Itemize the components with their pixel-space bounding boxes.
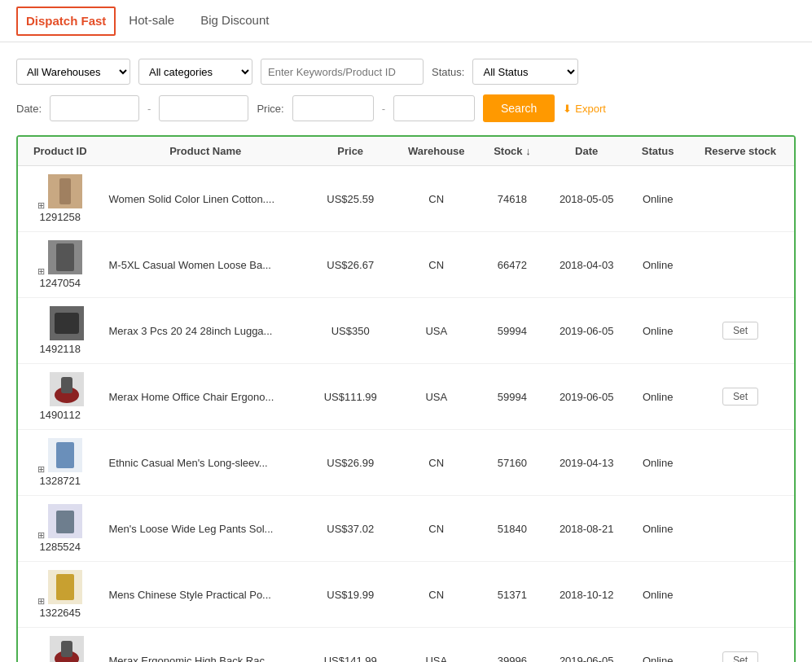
date-separator: - (147, 103, 151, 115)
cell-stock: 57160 (481, 430, 544, 496)
status-label: Status: (432, 66, 464, 78)
tab-dispatch-fast[interactable]: Dispatch Fast (16, 7, 116, 36)
cell-date: 2018-05-05 (544, 166, 630, 232)
cell-date: 2019-06-05 (544, 364, 630, 430)
cell-status: Online (629, 430, 687, 496)
cell-date: 2018-08-21 (544, 496, 630, 562)
col-stock: Stock ↓ (481, 137, 544, 166)
cell-price: US$350 (309, 298, 393, 364)
col-date: Date (544, 137, 630, 166)
product-table-wrapper: Product ID Product Name Price Warehouse … (16, 135, 796, 662)
cell-price: US$26.67 (309, 232, 393, 298)
cell-reserve-stock (687, 430, 794, 496)
expand-icon[interactable]: ⊞ (37, 266, 45, 276)
cell-product-id: 1490112 (18, 364, 103, 430)
cell-warehouse: USA (393, 364, 481, 430)
status-select[interactable]: All Status (472, 59, 578, 85)
cell-price: US$19.99 (309, 562, 393, 628)
svg-rect-1 (59, 178, 71, 204)
cell-reserve-stock: Set (687, 628, 794, 663)
cell-product-name: Mens Chinese Style Practical Po... (103, 562, 309, 628)
svg-rect-14 (56, 574, 74, 600)
set-button[interactable]: Set (722, 388, 758, 406)
price-from-input[interactable] (292, 95, 374, 121)
cell-date: 2018-04-03 (544, 232, 630, 298)
export-icon: ⬇ (563, 103, 572, 115)
svg-rect-17 (61, 641, 72, 657)
cell-status: Online (629, 166, 687, 232)
cell-warehouse: CN (393, 430, 481, 496)
product-table: Product ID Product Name Price Warehouse … (18, 137, 794, 662)
col-product-name: Product Name (103, 137, 309, 166)
cell-reserve-stock (687, 496, 794, 562)
cell-product-id: ⊞1285524 (18, 496, 103, 562)
cell-warehouse: CN (393, 166, 481, 232)
cell-stock: 59994 (481, 364, 544, 430)
cell-product-id: 1492118 (18, 298, 103, 364)
cell-price: US$26.99 (309, 430, 393, 496)
cell-product-id: ⊞1247054 (18, 232, 103, 298)
cell-stock: 51840 (481, 496, 544, 562)
expand-icon[interactable]: ⊞ (37, 596, 45, 606)
expand-icon[interactable]: ⊞ (37, 200, 45, 210)
price-label: Price: (257, 103, 283, 115)
cell-product-id: ⊞1328721 (18, 430, 103, 496)
cell-warehouse: CN (393, 496, 481, 562)
svg-rect-10 (56, 442, 74, 468)
cell-product-name: Merax 3 Pcs 20 24 28inch Lugga... (103, 298, 309, 364)
set-button[interactable]: Set (722, 322, 758, 340)
export-button[interactable]: ⬇ Export (563, 103, 606, 115)
price-to-input[interactable] (393, 95, 475, 121)
search-button[interactable]: Search (483, 94, 555, 122)
cell-status: Online (629, 628, 687, 663)
table-row: 1490112Merax Home Office Chair Ergono...… (18, 364, 794, 430)
top-navigation: Dispatch Fast Hot-sale Big Discount (0, 0, 812, 42)
col-warehouse: Warehouse (393, 137, 481, 166)
col-reserve-stock: Reserve stock (687, 137, 794, 166)
set-button[interactable]: Set (722, 651, 758, 662)
table-row: ⊞1247054M-5XL Casual Women Loose Ba...US… (18, 232, 794, 298)
price-separator: - (382, 103, 385, 115)
cell-date: 2019-04-13 (544, 430, 630, 496)
svg-rect-12 (56, 511, 74, 533)
cell-product-id: 1490044 (18, 628, 103, 663)
cell-product-id: ⊞1291258 (18, 166, 103, 232)
cell-price: US$37.02 (309, 496, 393, 562)
cell-product-name: Merax Home Office Chair Ergono... (103, 364, 309, 430)
cell-product-name: Merax Ergonomic High Back Rac... (103, 628, 309, 663)
cell-status: Online (629, 232, 687, 298)
tab-hot-sale[interactable]: Hot-sale (116, 0, 187, 42)
cell-price: US$25.59 (309, 166, 393, 232)
cell-reserve-stock (687, 232, 794, 298)
filter-row-1: All Warehouses All categories Status: Al… (16, 59, 796, 85)
table-row: 1492118Merax 3 Pcs 20 24 28inch Lugga...… (18, 298, 794, 364)
svg-rect-3 (56, 243, 74, 271)
cell-stock: 66472 (481, 232, 544, 298)
cell-reserve-stock (687, 166, 794, 232)
expand-icon[interactable]: ⊞ (37, 530, 45, 540)
cell-reserve-stock: Set (687, 364, 794, 430)
expand-icon[interactable]: ⊞ (37, 464, 45, 474)
table-row: 1490044Merax Ergonomic High Back Rac...U… (18, 628, 794, 663)
cell-warehouse: USA (393, 628, 481, 663)
cell-date: 2019-06-05 (544, 298, 630, 364)
svg-rect-8 (61, 377, 72, 393)
cell-status: Online (629, 364, 687, 430)
date-label: Date: (16, 103, 42, 115)
col-price: Price (309, 137, 393, 166)
cell-product-name: M-5XL Casual Women Loose Ba... (103, 232, 309, 298)
date-from-input[interactable] (50, 95, 139, 121)
table-row: ⊞1291258Women Solid Color Linen Cotton..… (18, 166, 794, 232)
tab-big-discount[interactable]: Big Discount (187, 0, 282, 42)
category-select[interactable]: All categories (138, 59, 252, 85)
cell-price: US$141.99 (309, 628, 393, 663)
filter-row-2: Date: - Price: - Search ⬇ Export (16, 94, 796, 122)
date-to-input[interactable] (159, 95, 248, 121)
cell-product-id: ⊞1322645 (18, 562, 103, 628)
warehouse-select[interactable]: All Warehouses (16, 59, 130, 85)
cell-date: 2019-06-05 (544, 628, 630, 663)
cell-stock: 51371 (481, 562, 544, 628)
cell-date: 2018-10-12 (544, 562, 630, 628)
cell-reserve-stock: Set (687, 298, 794, 364)
keyword-input[interactable] (261, 59, 424, 85)
